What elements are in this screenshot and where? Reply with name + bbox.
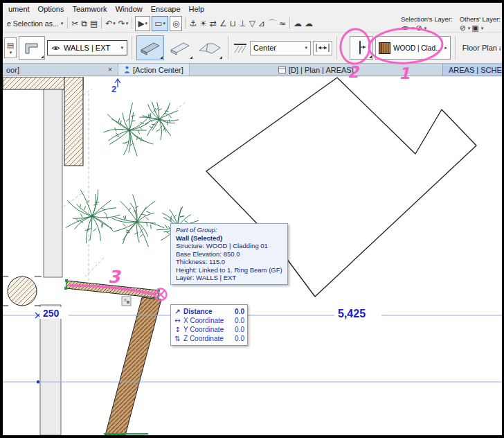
chevron-down-icon: ▾	[113, 21, 116, 26]
scissors-icon: ✂	[71, 19, 78, 28]
column-circle[interactable]	[8, 277, 37, 306]
sun-position-icon[interactable]: ☀	[198, 17, 208, 30]
model-view-button[interactable]: Floor Plan and	[460, 44, 501, 53]
arrow-tool-button[interactable]: ▶▾	[135, 16, 150, 31]
chevron-down-icon[interactable]: ▾	[468, 26, 471, 31]
save-selection-label: e Selection as...	[7, 19, 59, 28]
menu-options[interactable]: Options	[34, 4, 69, 14]
tab-action-center[interactable]: [Action Center]	[118, 64, 190, 76]
model-view-label: Floor Plan and	[462, 44, 501, 52]
drawing-canvas[interactable]: 250 5,425 2 Part of Group: Wall (Selecte…	[3, 77, 502, 435]
save-selection-button[interactable]: e Selection as... ▾	[5, 19, 65, 28]
magnet-icon[interactable]: ⊔	[228, 17, 237, 30]
geometry-method-straight-button[interactable]	[136, 35, 164, 60]
layer-unlock-icon[interactable]: ▣	[471, 24, 478, 33]
undo-icon[interactable]: ↶▾	[104, 17, 117, 30]
spline-icon[interactable]: ≈	[278, 17, 287, 30]
redo-icon[interactable]: ↷▾	[117, 17, 130, 30]
layer-hide-icon[interactable]: ⊘	[460, 24, 466, 33]
selection-handle[interactable]	[157, 289, 160, 292]
tab-ground-floor-partial[interactable]: oor]	[3, 66, 23, 74]
panel-icon: ▤	[7, 41, 14, 50]
tracker-value[interactable]: 0.0	[229, 317, 244, 324]
tracker-value[interactable]: 0.0	[229, 326, 244, 333]
tracker-row: ↕Y Coordinate0.0	[174, 325, 244, 334]
tracker-value[interactable]: 0.0	[229, 335, 244, 342]
menu-document-partial[interactable]: ument	[4, 4, 34, 14]
eye-icon[interactable]	[401, 25, 410, 31]
paste-icon: ▤	[90, 19, 98, 28]
tab-bar: oor] × [Action Center] [D] | Plan | AREA…	[3, 64, 502, 76]
selection-handle[interactable]	[64, 287, 67, 290]
dimension-value-right[interactable]: 5,425	[338, 308, 366, 319]
menu-help[interactable]: Help	[185, 4, 209, 14]
geometry-method-chained-button[interactable]	[196, 35, 224, 60]
toolbar-separator	[132, 36, 132, 60]
dimension-lines	[3, 315, 502, 382]
dimension-value-left[interactable]: 250	[43, 308, 60, 319]
tab-areas-schedule[interactable]: AREAS | SCHEDUL	[442, 64, 502, 76]
marquee-tool-button[interactable]: ▭▾	[152, 16, 168, 31]
wood-swatch-icon	[379, 42, 390, 54]
toolbar-separator	[289, 17, 290, 29]
wall-elements[interactable]	[3, 77, 83, 435]
selected-wall[interactable]	[64, 279, 160, 299]
curved-wall-icon	[169, 40, 191, 56]
perpendicular-icon[interactable]: ⊥	[237, 17, 247, 30]
selection-handle[interactable]	[65, 279, 68, 282]
wall-tool-flyout-button[interactable]	[19, 36, 45, 60]
menu-teamwork[interactable]: Teamwork	[69, 4, 111, 14]
scissors-icon[interactable]: ✂	[70, 17, 80, 30]
story-marker: 2	[111, 79, 120, 94]
swap-icon[interactable]: ⇄	[208, 17, 218, 30]
eye-icon	[51, 45, 60, 51]
person-icon	[124, 66, 130, 73]
tracker-value[interactable]: 0.0	[229, 308, 244, 315]
wall-bottom-left-vertical[interactable]	[40, 305, 61, 435]
copy-icon[interactable]: ⧉	[80, 17, 89, 30]
info-bar-settings-button[interactable]: ▤▾	[4, 37, 17, 58]
menu-window[interactable]: Window	[111, 4, 147, 14]
tracker-label: Z Coordinate	[183, 335, 227, 342]
paste-icon[interactable]: ▤	[89, 17, 99, 30]
favorites-dropdown[interactable]: WALLS | EXT ▾	[47, 40, 127, 55]
chevron-down-icon[interactable]: ▾	[424, 26, 427, 31]
origin-button[interactable]: ◎	[170, 16, 182, 31]
toolbar-separator	[101, 17, 102, 29]
plant-symbol[interactable]	[112, 195, 164, 247]
geometry-method-curved-button[interactable]	[166, 35, 194, 60]
wall-top-vertical[interactable]	[64, 77, 83, 166]
plant-symbol[interactable]	[103, 103, 153, 156]
triangle-snap-icon[interactable]: ▽	[248, 17, 257, 30]
close-tab-icon[interactable]: ×	[105, 64, 115, 74]
chevron-down-icon[interactable]: ▾	[412, 26, 415, 31]
straight-wall-icon	[139, 40, 161, 56]
layer-lock-icon[interactable]: ⊘	[415, 24, 422, 33]
slope-icon[interactable]: ⊿	[257, 17, 267, 30]
element-info-tag: Part of Group: Wall (Selected) Structure…	[170, 223, 288, 285]
reference-line-value: Center	[253, 44, 276, 52]
arc-icon[interactable]: ⌒	[267, 17, 278, 30]
diagonal-wall[interactable]	[104, 297, 161, 435]
cloud-sync-icon[interactable]: ☁	[292, 17, 303, 30]
angle-snap-icon[interactable]: ∠	[218, 17, 228, 30]
reference-side-button[interactable]	[350, 36, 373, 60]
menu-enscape[interactable]: Enscape	[147, 4, 185, 14]
offset-stepper[interactable]	[313, 41, 332, 55]
chevron-down-icon[interactable]: ▾	[481, 26, 484, 31]
arc-icon: ⌒	[268, 19, 276, 28]
composite-dropdown[interactable]: WOOD | Clad... ▸	[375, 36, 451, 60]
dimension-node[interactable]	[37, 380, 39, 383]
tracker-row: ↗Distance0.0	[174, 307, 244, 316]
triangle-snap-icon: ▽	[249, 19, 255, 28]
info-tag-detail-line: Base Elevation: 850.0	[176, 250, 282, 259]
others-layer-label: Others' Layer:	[460, 15, 501, 23]
guide-lines-icon[interactable]: ⚓	[188, 17, 198, 30]
wall-left-vertical[interactable]	[44, 89, 62, 277]
cloud-status-icon[interactable]: ☁	[303, 17, 314, 30]
perpendicular-icon: ⊥	[239, 19, 246, 28]
chevron-down-icon: ▾	[126, 21, 129, 26]
chevron-down-icon: ▾	[61, 21, 64, 26]
wall-reference-dropdown[interactable]: Center ▾	[250, 41, 311, 55]
origin-button: ◎	[172, 19, 179, 28]
